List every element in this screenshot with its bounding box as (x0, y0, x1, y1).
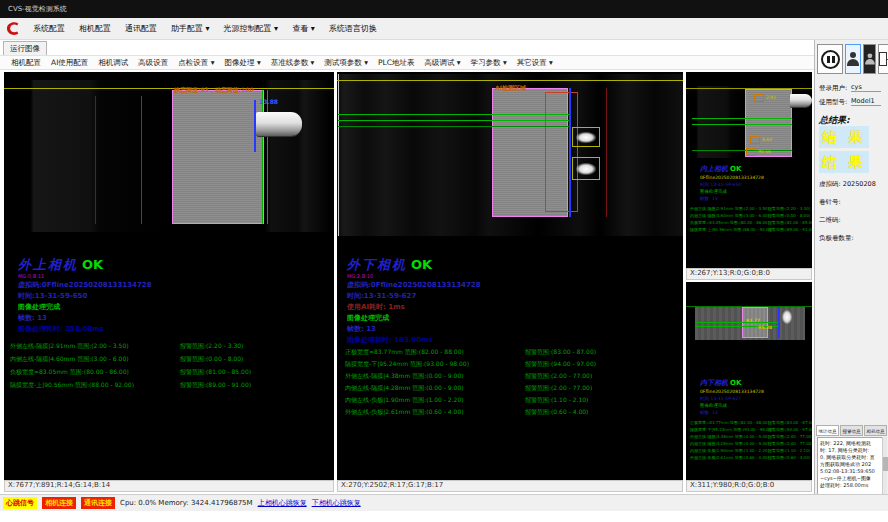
measurement-row: 外侧左线-隔膜|2.91mm 范围:(2.00 - 3.50) (690, 206, 769, 211)
pause-button[interactable] (817, 44, 843, 74)
measure-callout: 95.24 (758, 325, 772, 330)
electrode-region (172, 90, 264, 224)
process-done: 图像处理完成 (700, 403, 727, 408)
measure-callout: 90.56 (758, 149, 771, 154)
process-elapsed: 图像处理耗时: 183.00ms (347, 335, 433, 345)
pixel-coordinates-outer-upper: X:7677;Y:891;R:14;G:14;B:14 (4, 480, 334, 492)
camera-image-inner-upper: 2.91 4.60 90.56 (686, 86, 812, 158)
measurement-row: 隔膜宽度-下|95.24mm 范围:(93.00 - 98.00) (690, 427, 773, 432)
log-scrollbar[interactable] (882, 437, 887, 495)
overlay-green-line (695, 322, 778, 323)
overlay-red-box (545, 92, 578, 212)
camera-view-outer-lower[interactable]: AI检测区域 外下相机OK MG:2,B:10 虚拟码:0Ffline20250… (337, 72, 683, 480)
measurement-alarm: 报警范围:(2.20 - 3.30) (180, 342, 243, 351)
measurement-alarm: 报警范围:(1.10 - 2.10) (768, 448, 810, 453)
nozzle-object (256, 112, 302, 136)
model-value[interactable]: Model1 (851, 97, 881, 106)
ai-region-annotation: AI检测区域 (495, 84, 526, 93)
exit-door-icon: → (879, 52, 888, 66)
menu-item-camera-config[interactable]: 相机配置 (72, 18, 118, 39)
status-ok: OK (730, 165, 741, 173)
side-panel: → 登录用户: cys 使用型号: Model1 总结果: 结 果 结 果 虚拟… (814, 40, 888, 510)
menu-item-comm-config[interactable]: 通讯配置 (118, 18, 164, 39)
tool-spot-check[interactable]: 点检设置 ▾ (173, 56, 219, 70)
model-label: 使用型号: (819, 98, 847, 107)
menu-item-view[interactable]: 查看 ▾ (285, 18, 322, 39)
log-textbox[interactable]: 耗时: 222, 网络检测耗时: 17, 网络分类耗时: 0, 网络获取分类耗时… (817, 437, 883, 495)
measurement-alarm: 报警范围:(1.10 - 2.10) (525, 396, 588, 405)
menu-item-light-control-config[interactable]: 光源控制配置 ▾ (217, 18, 286, 39)
measurement-row: 外侧左线-隔膜|4.38mm 范围:(0.00 - 9.00) (690, 434, 769, 439)
menu-bar: 系统配置 相机配置 通讯配置 助手配置 ▾ 光源控制配置 ▾ 查看 ▾ 系统语言… (0, 18, 888, 40)
log-scrollbar-thumb[interactable] (883, 457, 888, 471)
exit-button[interactable]: → (878, 44, 888, 74)
tool-image-processing[interactable]: 图像处理 ▾ (220, 56, 266, 70)
log-tab-stats[interactable]: 统计信息 (816, 425, 839, 436)
camera-title: 外上相机OK (18, 256, 103, 274)
camera-view-outer-upper[interactable]: 静态阈值:93，动态阈值:100 23.88 外上相机OK MG:0,B:11 … (4, 72, 334, 480)
log-tab-alarm[interactable]: 报警信息 (840, 425, 863, 436)
frame-count: 帧数: 13 (18, 313, 47, 323)
menu-item-assistant-config[interactable]: 助手配置 ▾ (164, 18, 217, 39)
overlay-green-line (338, 120, 569, 121)
tool-advanced-debug[interactable]: 高级调试 ▾ (419, 56, 465, 70)
user-login-button[interactable] (845, 44, 861, 74)
tool-ai-usage-config[interactable]: AI使用配置 (46, 56, 93, 70)
overlay-orange-box (750, 136, 760, 144)
measure-callout: 23.88 (259, 98, 278, 105)
app-window: CVS-视觉检测系统 系统配置 相机配置 通讯配置 助手配置 ▾ 光源控制配置 … (0, 0, 888, 522)
measurement-row: 外侧左线-隔膜|4.38mm 范围:(0.00 - 9.00) (345, 372, 464, 381)
tool-test-params[interactable]: 测试项参数 ▾ (319, 56, 373, 70)
menu-item-system-config[interactable]: 系统配置 (26, 18, 72, 39)
upper-camera-heartbeat-link[interactable]: 上相机心跳恢复 (258, 498, 307, 508)
measurement-row: 内侧左线-负极|1.90mm 范围:(1.00 - 2.20) (690, 448, 769, 453)
measurement-alarm: 报警范围:(0.00 - 8.00) (180, 355, 243, 364)
tool-camera-debug[interactable]: 相机调试 (93, 56, 133, 70)
overlay-blue-line (778, 307, 780, 338)
overlay-white-line (338, 74, 339, 236)
virtual-code: 虚拟码:0Ffline20250208133134728 (18, 280, 152, 290)
nozzle-object (790, 94, 812, 107)
tool-camera-config[interactable]: 相机配置 (6, 56, 46, 70)
measurement-alarm: 报警范围:(2.00 - 77.00) (525, 384, 592, 393)
measurement-alarm: 报警范围:(0.60 - 4.00) (525, 408, 588, 417)
measurement-alarm: 报警范围:(81.00 - 85.00) (768, 220, 812, 225)
measurement-row: 内侧左线-负极|1.90mm 范围:(1.00 - 2.20) (345, 396, 464, 405)
toolbar: 相机配置 AI使用配置 相机调试 高级设置 点检设置 ▾ 图像处理 ▾ 基准线参… (0, 55, 814, 70)
virtual-code: 0Ffline20250208133134728 (700, 175, 764, 180)
heartbeat-status-badge: 心跳信号 (3, 497, 37, 509)
status-ok: OK (411, 257, 432, 272)
measurement-row: 内侧左线-隔膜|4.60mm 范围:(3.00 - 6.00) (690, 213, 769, 218)
overlay-blue-line (254, 100, 256, 152)
cpu-memory-status: Cpu: 0.0% Memory: 3424.41796875M (120, 499, 253, 507)
camera-view-inner-upper[interactable]: 2.91 4.60 90.56 内上相机OK 0Ffline2025020813… (686, 72, 812, 268)
lower-camera-heartbeat-link[interactable]: 下相机心跳恢复 (312, 498, 361, 508)
operator-mode-button[interactable] (863, 44, 876, 74)
tab-run-image[interactable]: 运行图像 (3, 41, 47, 55)
overlay-green-line (262, 90, 263, 224)
overlay-yellow-line (4, 88, 334, 89)
window-title: CVS-视觉检测系统 (8, 5, 67, 13)
measurement-alarm: 报警范围:(2.00 - 77.00) (768, 434, 812, 439)
tool-plc-address[interactable]: PLC地址表 (373, 56, 419, 70)
pixel-coordinates-inner-upper: X:267;Y:13;R:0;G:0;B:0 (686, 268, 812, 280)
tool-learning-params[interactable]: 学习参数 ▾ (466, 56, 512, 70)
menu-item-language-switch[interactable]: 系统语言切换 (322, 18, 384, 39)
measurement-row: 隔膜宽度-下|95.24mm 范围:(93.00 - 98.00) (345, 360, 469, 369)
measurement-row: 外侧左线-负极|2.61mm 范围:(0.60 - 4.00) (690, 455, 769, 460)
tool-other-settings[interactable]: 其它设置 ▾ (512, 56, 558, 70)
overlay-green-line (95, 96, 96, 224)
tool-advanced-settings[interactable]: 高级设置 (133, 56, 173, 70)
log-tab-camera[interactable]: 相机信息 (864, 425, 887, 436)
frame-count: 帧数: 13 (700, 410, 718, 415)
measurement-alarm: 报警范围:(89.00 - 91.00) (768, 227, 812, 232)
measurement-row: 内侧左线-隔膜|4.60mm 范围:(3.00 - 6.00) (10, 355, 129, 364)
measure-callout: 83.77 (746, 318, 760, 323)
flare-box (572, 157, 600, 180)
person-icon (865, 53, 874, 64)
login-user-label: 登录用户: (819, 84, 847, 93)
login-user-value[interactable]: cys (851, 83, 881, 92)
tool-baseline-params[interactable]: 基准线参数 ▾ (266, 56, 320, 70)
buffer-info: MG:0,B:11 (18, 273, 44, 279)
camera-view-inner-lower[interactable]: 83.77 95.24 内下相机OK 0Ffline20250208133134… (686, 282, 812, 480)
